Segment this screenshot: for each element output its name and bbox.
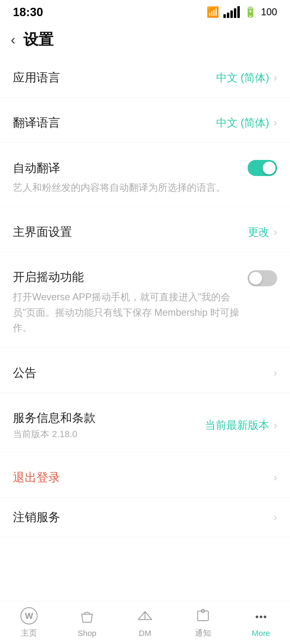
- auto-translate-label: 自动翻译: [13, 160, 60, 176]
- svg-point-5: [256, 616, 258, 618]
- nav-label-dm: DM: [139, 629, 151, 638]
- announcement-chevron: ›: [274, 367, 277, 379]
- wifi-icon: 📶: [206, 6, 219, 18]
- home-settings-label: 主界面设置: [13, 224, 72, 240]
- shake-toggle-wrap: [248, 269, 277, 286]
- auto-translate-desc: 艺人和粉丝发的内容将自动翻译为所选择的语言。: [13, 182, 226, 193]
- logout-row[interactable]: 退出登录 ›: [13, 458, 277, 497]
- logout-right: ›: [274, 471, 277, 484]
- service-value: 当前最新版本: [205, 418, 269, 433]
- auto-translate-knob: [263, 162, 276, 174]
- bottom-nav: W 主页 Shop DM 通: [0, 601, 290, 644]
- logout-section: 退出登录 ›: [0, 458, 290, 497]
- auto-translate-section: 自动翻译 艺人和粉丝发的内容将自动翻译为所选择的语言。: [0, 148, 290, 207]
- translate-language-section: 翻译语言 中文 (简体) ›: [0, 103, 290, 143]
- nav-item-shop[interactable]: Shop: [58, 608, 116, 638]
- nav-item-home[interactable]: W 主页: [0, 607, 58, 639]
- shake-toggle-knob: [249, 272, 262, 285]
- service-label-wrap: 服务信息和条款 当前版本 2.18.0: [13, 410, 96, 440]
- logout-chevron: ›: [274, 471, 277, 484]
- shake-toggle[interactable]: [248, 270, 277, 286]
- service-row[interactable]: 服务信息和条款 当前版本 2.18.0 当前最新版本 ›: [13, 398, 277, 452]
- home-settings-chevron: ›: [274, 226, 277, 238]
- translate-language-chevron: ›: [274, 117, 277, 129]
- nav-item-more[interactable]: More: [232, 608, 290, 638]
- translate-language-value: 中文 (简体): [216, 115, 269, 130]
- nav-item-notification[interactable]: 通知: [174, 607, 232, 639]
- nav-item-dm[interactable]: DM: [116, 608, 174, 638]
- service-right: 当前最新版本 ›: [205, 418, 277, 433]
- nav-label-more: More: [252, 629, 270, 638]
- nav-label-shop: Shop: [78, 629, 96, 638]
- home-settings-section: 主界面设置 更改 ›: [0, 212, 290, 252]
- header: ‹ 设置: [0, 21, 290, 58]
- service-sublabel: 当前版本 2.18.0: [13, 428, 96, 440]
- cancel-right: ›: [274, 511, 277, 523]
- service-label: 服务信息和条款: [13, 410, 96, 426]
- app-language-label: 应用语言: [13, 70, 60, 86]
- cancel-label: 注销服务: [13, 509, 60, 525]
- battery-level: 100: [261, 6, 277, 18]
- shake-title: 开启摇动功能: [13, 269, 240, 285]
- translate-language-right: 中文 (简体) ›: [216, 115, 277, 130]
- w-logo-icon: W: [20, 607, 38, 624]
- more-nav-icon: [252, 608, 270, 626]
- home-nav-icon: W: [20, 607, 38, 625]
- back-button[interactable]: ‹: [11, 32, 15, 48]
- translate-language-row[interactable]: 翻译语言 中文 (简体) ›: [13, 103, 277, 142]
- settings-content: 应用语言 中文 (简体) › 翻译语言 中文 (简体) › 自动翻译 艺人和粉丝…: [0, 58, 290, 644]
- home-settings-row[interactable]: 主界面设置 更改 ›: [13, 212, 277, 252]
- app-language-section: 应用语言 中文 (简体) ›: [0, 58, 290, 98]
- announcement-section: 公告 ›: [0, 353, 290, 393]
- svg-point-7: [264, 616, 266, 618]
- nav-label-home: 主页: [21, 628, 37, 639]
- logout-label: 退出登录: [13, 470, 60, 485]
- translate-language-label: 翻译语言: [13, 115, 60, 131]
- cancel-section: 注销服务 ›: [0, 497, 290, 537]
- page-title: 设置: [23, 30, 53, 50]
- app-language-value: 中文 (简体): [216, 70, 269, 85]
- svg-point-6: [260, 616, 262, 618]
- signal-icon: [223, 6, 240, 18]
- app-language-row[interactable]: 应用语言 中文 (简体) ›: [13, 58, 277, 97]
- shop-nav-icon: [78, 608, 96, 626]
- dm-nav-icon: [136, 608, 154, 626]
- auto-translate-toggle[interactable]: [248, 160, 277, 176]
- service-section: 服务信息和条款 当前版本 2.18.0 当前最新版本 ›: [0, 398, 290, 452]
- status-time: 18:30: [13, 5, 43, 19]
- cancel-row[interactable]: 注销服务 ›: [13, 497, 277, 537]
- notification-nav-icon: [194, 607, 212, 625]
- shake-row: 开启摇动功能 打开Weverse APP摇动手机，就可直接进入"我的会员"页面。…: [13, 269, 277, 336]
- battery-icon: 🔋: [244, 6, 257, 18]
- shake-section: 开启摇动功能 打开Weverse APP摇动手机，就可直接进入"我的会员"页面。…: [0, 257, 290, 348]
- status-icons: 📶 🔋 100: [206, 6, 277, 18]
- service-chevron: ›: [274, 419, 277, 431]
- announcement-right: ›: [274, 367, 277, 379]
- home-settings-value: 更改: [248, 225, 269, 239]
- announcement-row[interactable]: 公告 ›: [13, 353, 277, 393]
- app-language-right: 中文 (简体) ›: [216, 70, 277, 85]
- shake-text: 开启摇动功能 打开Weverse APP摇动手机，就可直接进入"我的会员"页面。…: [13, 269, 240, 336]
- auto-translate-row: 自动翻译: [13, 160, 277, 176]
- status-bar: 18:30 📶 🔋 100: [0, 0, 290, 21]
- home-settings-right: 更改 ›: [248, 225, 277, 239]
- nav-label-notification: 通知: [195, 628, 211, 639]
- announcement-label: 公告: [13, 365, 37, 381]
- shake-desc: 打开Weverse APP摇动手机，就可直接进入"我的会员"页面。摇动功能只有线…: [13, 289, 240, 336]
- app-language-chevron: ›: [274, 72, 277, 84]
- cancel-chevron: ›: [274, 511, 277, 523]
